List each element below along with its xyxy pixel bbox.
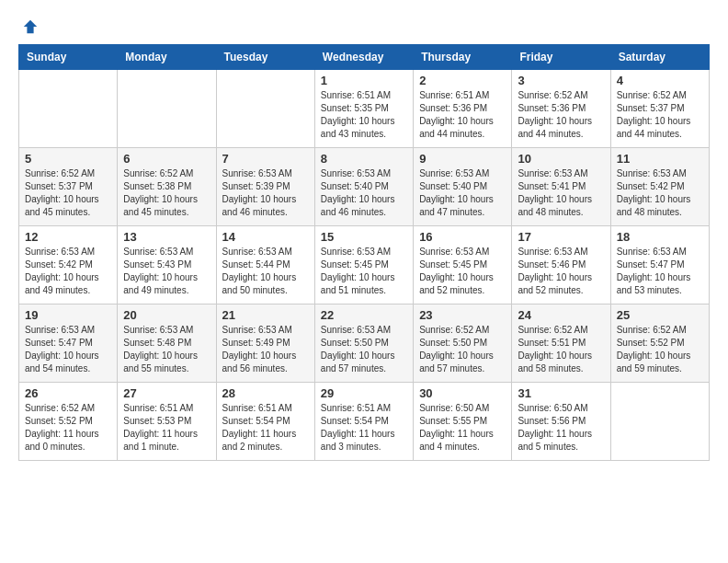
day-number: 4 [617, 74, 703, 87]
day-number: 7 [222, 152, 309, 166]
day-number: 8 [321, 152, 407, 166]
day-number: 13 [123, 230, 210, 244]
day-number: 18 [617, 230, 703, 244]
calendar-cell [19, 70, 118, 148]
day-info: Sunrise: 6:53 AM Sunset: 5:50 PM Dayligh… [321, 324, 407, 375]
calendar-cell: 13Sunrise: 6:53 AM Sunset: 5:43 PM Dayli… [118, 226, 216, 304]
day-number: 6 [123, 152, 210, 166]
day-number: 21 [222, 308, 309, 322]
day-number: 17 [518, 230, 604, 244]
day-info: Sunrise: 6:53 AM Sunset: 5:42 PM Dayligh… [25, 246, 111, 297]
calendar-cell: 16Sunrise: 6:53 AM Sunset: 5:45 PM Dayli… [414, 226, 512, 304]
logo [18, 18, 39, 35]
calendar-cell: 14Sunrise: 6:53 AM Sunset: 5:44 PM Dayli… [216, 226, 314, 304]
day-header-friday: Friday [512, 45, 610, 70]
calendar-header-row: SundayMondayTuesdayWednesdayThursdayFrid… [19, 45, 710, 70]
day-number: 30 [419, 386, 506, 400]
day-info: Sunrise: 6:51 AM Sunset: 5:54 PM Dayligh… [321, 402, 407, 454]
day-info: Sunrise: 6:52 AM Sunset: 5:37 PM Dayligh… [617, 89, 703, 141]
calendar-cell: 21Sunrise: 6:53 AM Sunset: 5:49 PM Dayli… [216, 304, 314, 383]
day-number: 1 [321, 74, 407, 87]
calendar-week-row: 19Sunrise: 6:53 AM Sunset: 5:47 PM Dayli… [19, 304, 710, 383]
day-info: Sunrise: 6:52 AM Sunset: 5:37 PM Dayligh… [25, 167, 111, 219]
day-info: Sunrise: 6:50 AM Sunset: 5:55 PM Dayligh… [419, 402, 506, 454]
calendar-cell: 5Sunrise: 6:52 AM Sunset: 5:37 PM Daylig… [19, 148, 118, 226]
calendar-cell: 23Sunrise: 6:52 AM Sunset: 5:50 PM Dayli… [414, 304, 512, 383]
day-number: 9 [419, 152, 506, 166]
calendar-cell: 15Sunrise: 6:53 AM Sunset: 5:45 PM Dayli… [314, 226, 413, 304]
day-info: Sunrise: 6:51 AM Sunset: 5:53 PM Dayligh… [123, 402, 210, 454]
calendar-cell: 28Sunrise: 6:51 AM Sunset: 5:54 PM Dayli… [216, 383, 314, 461]
day-number: 25 [617, 308, 703, 322]
day-info: Sunrise: 6:51 AM Sunset: 5:54 PM Dayligh… [222, 402, 309, 454]
calendar-cell: 24Sunrise: 6:52 AM Sunset: 5:51 PM Dayli… [512, 304, 610, 383]
day-number: 20 [123, 308, 210, 322]
day-info: Sunrise: 6:53 AM Sunset: 5:39 PM Dayligh… [222, 167, 309, 219]
day-info: Sunrise: 6:53 AM Sunset: 5:49 PM Dayligh… [222, 324, 309, 375]
day-info: Sunrise: 6:52 AM Sunset: 5:50 PM Dayligh… [419, 324, 506, 375]
day-header-monday: Monday [118, 45, 216, 70]
day-number: 27 [123, 386, 210, 400]
calendar-cell: 22Sunrise: 6:53 AM Sunset: 5:50 PM Dayli… [314, 304, 413, 383]
day-info: Sunrise: 6:52 AM Sunset: 5:52 PM Dayligh… [25, 402, 111, 454]
calendar-cell: 29Sunrise: 6:51 AM Sunset: 5:54 PM Dayli… [314, 383, 413, 461]
day-header-sunday: Sunday [19, 45, 118, 70]
day-number: 2 [419, 74, 506, 87]
day-info: Sunrise: 6:53 AM Sunset: 5:46 PM Dayligh… [518, 246, 604, 297]
day-info: Sunrise: 6:53 AM Sunset: 5:43 PM Dayligh… [123, 246, 210, 297]
day-info: Sunrise: 6:53 AM Sunset: 5:47 PM Dayligh… [25, 324, 111, 375]
calendar-cell: 7Sunrise: 6:53 AM Sunset: 5:39 PM Daylig… [216, 148, 314, 226]
calendar-cell: 17Sunrise: 6:53 AM Sunset: 5:46 PM Dayli… [512, 226, 610, 304]
day-number: 24 [518, 308, 604, 322]
calendar-cell [610, 383, 709, 461]
day-number: 16 [419, 230, 506, 244]
calendar-cell: 20Sunrise: 6:53 AM Sunset: 5:48 PM Dayli… [118, 304, 216, 383]
day-header-thursday: Thursday [414, 45, 512, 70]
day-number: 31 [518, 386, 604, 400]
day-number: 10 [518, 152, 604, 166]
calendar-cell [118, 70, 216, 148]
calendar-cell: 25Sunrise: 6:52 AM Sunset: 5:52 PM Dayli… [610, 304, 709, 383]
calendar-cell: 19Sunrise: 6:53 AM Sunset: 5:47 PM Dayli… [19, 304, 118, 383]
calendar-cell: 1Sunrise: 6:51 AM Sunset: 5:35 PM Daylig… [314, 70, 413, 148]
day-info: Sunrise: 6:53 AM Sunset: 5:42 PM Dayligh… [617, 167, 703, 219]
calendar-cell: 10Sunrise: 6:53 AM Sunset: 5:41 PM Dayli… [512, 148, 610, 226]
day-number: 14 [222, 230, 309, 244]
day-number: 22 [321, 308, 407, 322]
day-number: 15 [321, 230, 407, 244]
day-info: Sunrise: 6:53 AM Sunset: 5:45 PM Dayligh… [321, 246, 407, 297]
day-info: Sunrise: 6:52 AM Sunset: 5:38 PM Dayligh… [123, 167, 210, 219]
day-number: 11 [617, 152, 703, 166]
day-number: 3 [518, 74, 604, 87]
calendar-cell: 4Sunrise: 6:52 AM Sunset: 5:37 PM Daylig… [610, 70, 709, 148]
day-info: Sunrise: 6:51 AM Sunset: 5:36 PM Dayligh… [419, 89, 506, 141]
calendar-week-row: 26Sunrise: 6:52 AM Sunset: 5:52 PM Dayli… [19, 383, 710, 461]
day-info: Sunrise: 6:50 AM Sunset: 5:56 PM Dayligh… [518, 402, 604, 454]
calendar-cell: 27Sunrise: 6:51 AM Sunset: 5:53 PM Dayli… [118, 383, 216, 461]
day-number: 23 [419, 308, 506, 322]
day-info: Sunrise: 6:51 AM Sunset: 5:35 PM Dayligh… [321, 89, 407, 141]
day-info: Sunrise: 6:53 AM Sunset: 5:40 PM Dayligh… [419, 167, 506, 219]
day-info: Sunrise: 6:52 AM Sunset: 5:51 PM Dayligh… [518, 324, 604, 375]
page-header [18, 18, 710, 35]
calendar-cell: 9Sunrise: 6:53 AM Sunset: 5:40 PM Daylig… [414, 148, 512, 226]
logo-icon [22, 18, 39, 35]
calendar-cell [216, 70, 314, 148]
calendar-table: SundayMondayTuesdayWednesdayThursdayFrid… [18, 44, 710, 461]
calendar-cell: 12Sunrise: 6:53 AM Sunset: 5:42 PM Dayli… [19, 226, 118, 304]
day-info: Sunrise: 6:52 AM Sunset: 5:36 PM Dayligh… [518, 89, 604, 141]
day-info: Sunrise: 6:53 AM Sunset: 5:41 PM Dayligh… [518, 167, 604, 219]
calendar-cell: 31Sunrise: 6:50 AM Sunset: 5:56 PM Dayli… [512, 383, 610, 461]
day-number: 12 [25, 230, 111, 244]
day-info: Sunrise: 6:53 AM Sunset: 5:40 PM Dayligh… [321, 167, 407, 219]
day-number: 26 [25, 386, 111, 400]
day-info: Sunrise: 6:53 AM Sunset: 5:45 PM Dayligh… [419, 246, 506, 297]
day-number: 19 [25, 308, 111, 322]
calendar-cell: 6Sunrise: 6:52 AM Sunset: 5:38 PM Daylig… [118, 148, 216, 226]
svg-marker-0 [24, 20, 37, 33]
day-header-wednesday: Wednesday [314, 45, 413, 70]
calendar-cell: 26Sunrise: 6:52 AM Sunset: 5:52 PM Dayli… [19, 383, 118, 461]
calendar-week-row: 5Sunrise: 6:52 AM Sunset: 5:37 PM Daylig… [19, 148, 710, 226]
calendar-week-row: 12Sunrise: 6:53 AM Sunset: 5:42 PM Dayli… [19, 226, 710, 304]
day-header-tuesday: Tuesday [216, 45, 314, 70]
